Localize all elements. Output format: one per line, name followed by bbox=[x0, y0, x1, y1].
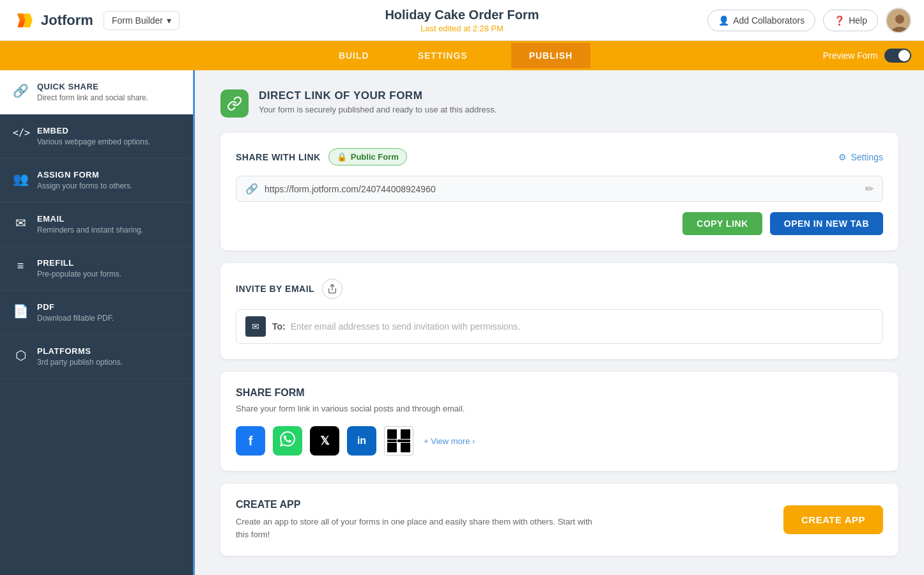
jotform-logo-icon bbox=[13, 9, 36, 32]
sidebar-item-assign-form-desc: Assign your forms to others. bbox=[37, 181, 132, 190]
sidebar-item-email-title: EMAIL bbox=[37, 214, 143, 224]
share-form-title: SHARE FORM bbox=[236, 387, 883, 399]
linkedin-share-button[interactable]: in bbox=[347, 426, 376, 456]
sidebar-item-prefill-title: PREFILL bbox=[37, 258, 121, 268]
lock-icon: 🔒 bbox=[337, 152, 347, 162]
logo: Jotform bbox=[13, 9, 93, 32]
url-row: 🔗 https://form.jotform.com/2407440089249… bbox=[236, 176, 883, 202]
email-input-placeholder: Enter email addresses to send invitation… bbox=[291, 321, 521, 332]
share-form-desc: Share your form link in various social p… bbox=[236, 404, 883, 413]
invite-share-icon-button[interactable] bbox=[322, 279, 343, 299]
invite-by-email-title: INVITE BY EMAIL bbox=[236, 284, 314, 294]
share-form-card: SHARE FORM Share your form link in vario… bbox=[220, 372, 898, 471]
sidebar-item-pdf-title: PDF bbox=[37, 302, 114, 312]
sidebar-item-platforms[interactable]: ⬡ PLATFORMS 3rd party publish options. bbox=[0, 335, 193, 379]
main-layout: 🔗 QUICK SHARE Direct form link and socia… bbox=[0, 70, 924, 575]
form-url: https://form.jotform.com/240744008924960 bbox=[265, 184, 865, 194]
header: Jotform Form Builder ▾ Holiday Cake Orde… bbox=[0, 0, 924, 41]
tab-settings[interactable]: SETTINGS bbox=[413, 43, 473, 68]
sidebar-item-email[interactable]: ✉ EMAIL Reminders and instant sharing. bbox=[0, 203, 193, 247]
sidebar-item-email-desc: Reminders and instant sharing. bbox=[37, 226, 143, 234]
create-app-title: CREATE APP bbox=[236, 499, 594, 510]
sidebar-item-pdf[interactable]: 📄 PDF Download fillable PDF. bbox=[0, 291, 193, 335]
preview-form-toggle[interactable] bbox=[884, 49, 911, 63]
create-app-button[interactable]: CREATE APP bbox=[783, 505, 883, 534]
social-icons: f 𝕏 in bbox=[236, 426, 883, 456]
copy-link-button[interactable]: COPY LINK bbox=[682, 212, 762, 235]
email-icon: ✉ bbox=[13, 215, 28, 231]
view-more-link[interactable]: + View more › bbox=[424, 436, 475, 446]
btn-row: COPY LINK OPEN IN NEW TAB bbox=[236, 212, 883, 235]
settings-label: Settings bbox=[851, 152, 883, 162]
preview-form-area: Preview Form bbox=[823, 49, 911, 63]
public-form-badge[interactable]: 🔒 Public Form bbox=[328, 148, 407, 165]
create-app-desc: Create an app to store all of your forms… bbox=[236, 516, 594, 540]
sidebar-item-platforms-title: PLATFORMS bbox=[37, 346, 123, 356]
sidebar-item-prefill[interactable]: ≡ PREFILL Pre-populate your forms. bbox=[0, 247, 193, 291]
facebook-share-button[interactable]: f bbox=[236, 426, 265, 456]
help-icon: ❓ bbox=[834, 15, 845, 26]
form-builder-button[interactable]: Form Builder ▾ bbox=[104, 11, 180, 30]
link-icon: 🔗 bbox=[13, 83, 28, 98]
email-input-row[interactable]: ✉ To: Enter email addresses to send invi… bbox=[236, 309, 883, 344]
help-button[interactable]: ❓ Help bbox=[823, 10, 878, 31]
form-title: Holiday Cake Order Form bbox=[385, 8, 539, 22]
email-to-label: To: bbox=[272, 321, 286, 332]
direct-link-desc: Your form is securely published and read… bbox=[259, 105, 497, 114]
sidebar-item-embed-title: EMBED bbox=[37, 126, 150, 135]
content-area: DIRECT LINK OF YOUR FORM Your form is se… bbox=[195, 70, 924, 575]
whatsapp-icon bbox=[280, 431, 295, 450]
open-new-tab-button[interactable]: OPEN IN NEW TAB bbox=[770, 212, 883, 235]
envelope-icon: ✉ bbox=[245, 316, 266, 337]
platforms-icon: ⬡ bbox=[13, 348, 28, 363]
sidebar-item-quick-share-desc: Direct form link and social share. bbox=[37, 93, 148, 102]
share-with-link-card: SHARE WITH LINK 🔒 Public Form ⚙ Settings… bbox=[220, 133, 898, 250]
sidebar-item-pdf-desc: Download fillable PDF. bbox=[37, 314, 114, 323]
direct-link-title: DIRECT LINK OF YOUR FORM bbox=[259, 89, 497, 102]
direct-link-header: DIRECT LINK OF YOUR FORM Your form is se… bbox=[220, 89, 898, 118]
add-collaborators-label: Add Collaborators bbox=[733, 15, 805, 26]
create-app-card: CREATE APP Create an app to store all of… bbox=[220, 484, 898, 556]
tab-build[interactable]: BUILD bbox=[334, 43, 374, 68]
logo-text: Jotform bbox=[41, 12, 93, 29]
nav-tabs-center: BUILD SETTINGS PUBLISH bbox=[0, 43, 924, 68]
header-right: 👤 Add Collaborators ❓ Help bbox=[707, 8, 911, 33]
chevron-down-icon: ▾ bbox=[167, 15, 171, 26]
svg-point-5 bbox=[895, 15, 904, 24]
prefill-icon: ≡ bbox=[13, 259, 28, 273]
direct-link-icon bbox=[220, 89, 249, 118]
sidebar: 🔗 QUICK SHARE Direct form link and socia… bbox=[0, 70, 195, 575]
whatsapp-share-button[interactable] bbox=[273, 426, 302, 456]
twitter-x-share-button[interactable]: 𝕏 bbox=[310, 426, 339, 456]
sidebar-item-assign-form[interactable]: 👥 ASSIGN FORM Assign your forms to other… bbox=[0, 158, 193, 203]
add-collaborators-button[interactable]: 👤 Add Collaborators bbox=[707, 10, 815, 31]
linkedin-icon: in bbox=[357, 435, 366, 447]
edit-icon[interactable]: ✏ bbox=[865, 183, 874, 195]
embed-icon: </> bbox=[13, 127, 28, 139]
qr-code-button[interactable] bbox=[384, 426, 413, 456]
avatar[interactable] bbox=[886, 8, 911, 33]
help-label: Help bbox=[849, 15, 867, 26]
twitter-x-icon: 𝕏 bbox=[320, 434, 330, 448]
sidebar-item-prefill-desc: Pre-populate your forms. bbox=[37, 270, 121, 279]
share-link-title: SHARE WITH LINK bbox=[236, 152, 321, 162]
pdf-icon: 📄 bbox=[13, 303, 28, 319]
form-subtitle: Last edited at 2:28 PM bbox=[385, 24, 539, 33]
tab-publish[interactable]: PUBLISH bbox=[511, 43, 590, 68]
nav-tabs: BUILD SETTINGS PUBLISH Preview Form bbox=[0, 41, 924, 70]
settings-link[interactable]: ⚙ Settings bbox=[838, 152, 883, 162]
facebook-icon: f bbox=[249, 434, 253, 448]
invite-by-email-card: INVITE BY EMAIL ✉ To: Enter email addres… bbox=[220, 263, 898, 359]
public-form-label: Public Form bbox=[351, 152, 399, 162]
link-url-icon: 🔗 bbox=[245, 183, 258, 195]
sidebar-item-quick-share-title: QUICK SHARE bbox=[37, 82, 148, 91]
sidebar-item-quick-share[interactable]: 🔗 QUICK SHARE Direct form link and socia… bbox=[0, 70, 193, 114]
form-builder-label: Form Builder bbox=[112, 15, 163, 26]
header-left: Jotform Form Builder ▾ bbox=[13, 9, 180, 32]
share-link-header: SHARE WITH LINK 🔒 Public Form ⚙ Settings bbox=[236, 148, 883, 165]
preview-form-label: Preview Form bbox=[823, 50, 878, 61]
sidebar-item-embed[interactable]: </> EMBED Various webpage embed options. bbox=[0, 114, 193, 158]
sidebar-item-platforms-desc: 3rd party publish options. bbox=[37, 358, 123, 367]
assign-icon: 👥 bbox=[13, 171, 28, 187]
sidebar-item-embed-desc: Various webpage embed options. bbox=[37, 137, 150, 146]
